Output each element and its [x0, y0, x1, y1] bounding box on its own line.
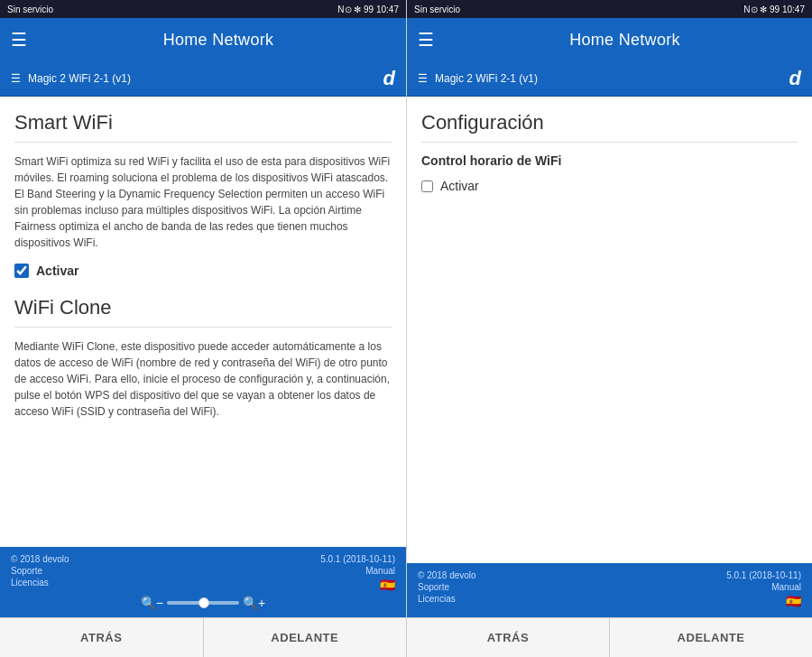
device-bar-left-2: ☰ Magic 2 WiFi 2-1 (v1)	[418, 72, 538, 85]
zoom-track-1[interactable]	[167, 601, 239, 605]
app-header-1: ☰ Home Network	[0, 18, 406, 61]
status-bar-left-1: Sin servicio	[7, 5, 53, 14]
phone-2: Sin servicio N⊙ ✻ 99 10:47 ☰ Home Networ…	[406, 0, 812, 657]
smart-wifi-checkbox-row: Activar	[14, 264, 392, 278]
config-checkbox-label: Activar	[440, 179, 479, 193]
device-bar-2: ☰ Magic 2 WiFi 2-1 (v1) d	[407, 61, 812, 97]
footer-copyright-1: © 2018 devolo	[11, 554, 69, 564]
footer-support-2[interactable]: Soporte	[418, 582, 449, 592]
footer-2: © 2018 devolo 5.0.1 (2018-10-11) Soporte…	[407, 563, 812, 617]
zoom-bar-1: 🔍− 🔍+	[11, 596, 395, 610]
device-name-1: Magic 2 WiFi 2-1 (v1)	[28, 72, 131, 85]
zoom-thumb-1	[198, 597, 209, 608]
zoom-out-button-1[interactable]: 🔍−	[141, 596, 163, 610]
app-title-1: Home Network	[42, 31, 395, 50]
configuracion-title: Configuración	[421, 111, 798, 134]
bottom-nav-1: ATRÁS ADELANTE	[0, 617, 406, 657]
footer-licenses-2[interactable]: Licencias	[418, 594, 456, 608]
wifi-clone-section: WiFi Clone Mediante WiFi Clone, este dis…	[14, 296, 392, 420]
status-bar-left-2: Sin servicio	[414, 5, 460, 14]
footer-row-3: Licencias 🇪🇸	[11, 578, 395, 592]
config-checkbox-row: Activar	[421, 179, 798, 193]
smart-wifi-checkbox-label: Activar	[36, 264, 78, 278]
smart-wifi-checkbox[interactable]	[14, 264, 29, 278]
smart-wifi-text: Smart WiFi optimiza su red WiFi y facili…	[14, 153, 392, 251]
footer-licenses-1[interactable]: Licencias	[11, 578, 49, 592]
app-title-2: Home Network	[448, 31, 801, 50]
app-header-2: ☰ Home Network	[407, 18, 812, 61]
config-checkbox[interactable]	[421, 180, 433, 192]
device-menu-icon-1[interactable]: ☰	[11, 72, 21, 85]
wifi-clone-divider	[14, 327, 392, 328]
devolo-logo-2: d	[789, 67, 801, 90]
status-bar-2: Sin servicio N⊙ ✻ 99 10:47	[407, 0, 812, 18]
configuracion-divider	[421, 142, 798, 143]
footer-flag-1: 🇪🇸	[380, 578, 395, 592]
footer-row-2-3: Licencias 🇪🇸	[418, 594, 801, 608]
footer-flag-2: 🇪🇸	[786, 594, 801, 608]
back-button-1[interactable]: ATRÁS	[0, 618, 204, 657]
hamburger-menu-icon-1[interactable]: ☰	[11, 29, 27, 51]
hamburger-menu-icon-2[interactable]: ☰	[418, 29, 434, 51]
smart-wifi-title: Smart WiFi	[14, 111, 392, 134]
footer-version-1: 5.0.1 (2018-10-11)	[320, 554, 395, 564]
footer-manual-2[interactable]: Manual	[771, 582, 801, 592]
config-section-label: Control horario de WiFi	[421, 153, 798, 168]
footer-copyright-2: © 2018 devolo	[418, 570, 476, 580]
footer-manual-1[interactable]: Manual	[365, 566, 395, 576]
device-bar-1: ☰ Magic 2 WiFi 2-1 (v1) d	[0, 61, 406, 97]
forward-button-1[interactable]: ADELANTE	[204, 618, 407, 657]
wifi-clone-title: WiFi Clone	[14, 296, 392, 319]
forward-button-2[interactable]: ADELANTE	[610, 618, 812, 657]
footer-row-2-2: Soporte Manual	[418, 582, 801, 592]
phone-1: Sin servicio N⊙ ✻ 99 10:47 ☰ Home Networ…	[0, 0, 406, 657]
footer-1: © 2018 devolo 5.0.1 (2018-10-11) Soporte…	[0, 547, 406, 617]
footer-support-1[interactable]: Soporte	[11, 566, 42, 576]
zoom-in-button-1[interactable]: 🔍+	[243, 596, 265, 610]
bottom-nav-2: ATRÁS ADELANTE	[407, 617, 812, 657]
back-button-2[interactable]: ATRÁS	[407, 618, 610, 657]
device-name-2: Magic 2 WiFi 2-1 (v1)	[435, 72, 538, 85]
status-bar-right-2: N⊙ ✻ 99 10:47	[743, 5, 805, 14]
content-2: Configuración Control horario de WiFi Ac…	[407, 97, 812, 563]
content-1: Smart WiFi Smart WiFi optimiza su red Wi…	[0, 97, 406, 547]
wifi-clone-text: Mediante WiFi Clone, este dispositivo pu…	[14, 338, 392, 420]
device-bar-left-1: ☰ Magic 2 WiFi 2-1 (v1)	[11, 72, 131, 85]
device-menu-icon-2[interactable]: ☰	[418, 72, 428, 85]
status-bar-1: Sin servicio N⊙ ✻ 99 10:47	[0, 0, 406, 18]
footer-row-2: Soporte Manual	[11, 566, 395, 576]
footer-version-2: 5.0.1 (2018-10-11)	[726, 570, 801, 580]
status-bar-right-1: N⊙ ✻ 99 10:47	[337, 5, 399, 14]
footer-row-1: © 2018 devolo 5.0.1 (2018-10-11)	[11, 554, 395, 564]
smart-wifi-divider	[14, 142, 392, 143]
footer-row-2-1: © 2018 devolo 5.0.1 (2018-10-11)	[418, 570, 801, 580]
devolo-logo-1: d	[383, 67, 395, 90]
